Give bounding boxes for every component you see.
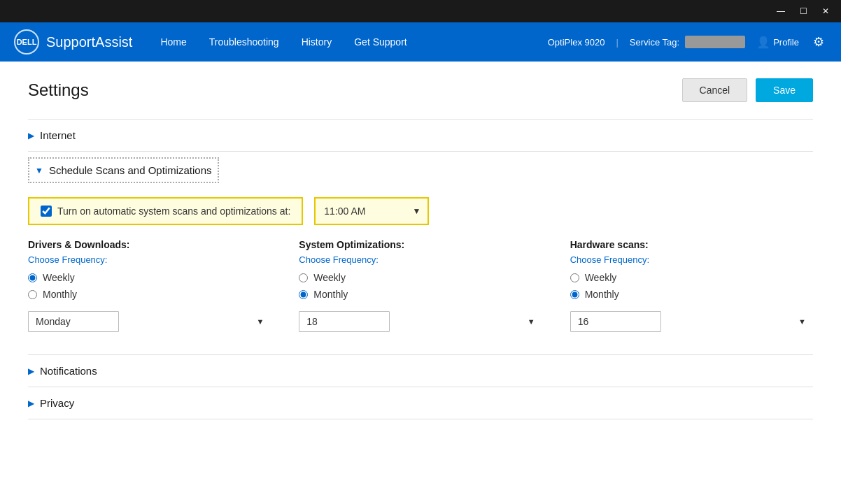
cancel-button[interactable]: Cancel: [682, 78, 748, 102]
hardware-day-select[interactable]: 12345 678910 1112131415 1617181920 21222…: [570, 311, 661, 332]
hardware-weekly-radio[interactable]: [570, 273, 579, 282]
auto-scan-label[interactable]: Turn on automatic system scans and optim…: [28, 197, 303, 225]
hardware-scans-col: Hardware scans: Choose Frequency: Weekly…: [570, 239, 813, 332]
header-divider: |: [616, 37, 618, 48]
drivers-day-select-arrow-icon: ▼: [256, 317, 264, 326]
dell-logo: DELL: [14, 29, 39, 55]
save-button[interactable]: Save: [756, 78, 813, 102]
system-day-select[interactable]: 12345 678910 1112131415 1617181920 21222…: [299, 311, 390, 332]
schedule-chevron-icon: ▼: [35, 166, 43, 175]
hardware-weekly-label: Weekly: [585, 272, 617, 283]
drivers-downloads-col: Drivers & Downloads: Choose Frequency: W…: [28, 239, 271, 332]
system-day-select-container: 12345 678910 1112131415 1617181920 21222…: [299, 311, 542, 332]
notifications-section-header[interactable]: ▶ Notifications: [28, 355, 813, 387]
internet-section: ▶ Internet: [28, 120, 813, 152]
hardware-day-select-container: 12345 678910 1112131415 1617181920 21222…: [570, 311, 813, 332]
hardware-day-select-arrow-icon: ▼: [798, 317, 806, 326]
settings-header: Settings Cancel Save: [28, 78, 813, 102]
nav-history[interactable]: History: [290, 22, 344, 62]
drivers-day-select-container: Monday Tuesday Wednesday Thursday Friday…: [28, 311, 271, 332]
privacy-section: ▶ Privacy: [28, 387, 813, 419]
nav-links: Home Troubleshooting History Get Support: [149, 22, 547, 62]
drivers-day-select[interactable]: Monday Tuesday Wednesday Thursday Friday: [28, 311, 119, 332]
main-content: Settings Cancel Save ▶ Internet ▼ Schedu…: [0, 62, 841, 504]
system-monthly-label: Monthly: [313, 289, 348, 300]
frequency-row: Drivers & Downloads: Choose Frequency: W…: [28, 239, 813, 332]
divider-after-privacy: [28, 419, 813, 419]
time-select[interactable]: 11:00 AM 12:00 PM 1:00 PM 2:00 PM: [316, 199, 427, 224]
system-monthly-option[interactable]: Monthly: [299, 289, 542, 300]
nav-get-support[interactable]: Get Support: [343, 22, 418, 62]
notifications-section-title: Notifications: [40, 365, 97, 377]
system-weekly-label: Weekly: [313, 272, 346, 283]
internet-section-header[interactable]: ▶ Internet: [28, 120, 813, 151]
notifications-section: ▶ Notifications: [28, 355, 813, 387]
drivers-weekly-radio[interactable]: [28, 273, 37, 282]
schedule-section-content: Turn on automatic system scans and optim…: [28, 192, 813, 343]
nav-home[interactable]: Home: [149, 22, 197, 62]
header-right: OptiPlex 9020 | Service Tag: XXXXXXX 👤 P…: [548, 31, 827, 52]
privacy-chevron-icon: ▶: [28, 398, 34, 408]
system-monthly-radio[interactable]: [299, 290, 308, 299]
internet-chevron-icon: ▶: [28, 131, 34, 141]
system-day-select-arrow-icon: ▼: [528, 317, 535, 326]
privacy-section-header[interactable]: ▶ Privacy: [28, 387, 813, 419]
settings-gear-icon[interactable]: ⚙: [810, 31, 827, 52]
hardware-monthly-radio[interactable]: [570, 290, 579, 299]
drivers-monthly-label: Monthly: [43, 289, 77, 300]
hardware-monthly-label: Monthly: [585, 289, 619, 300]
internet-section-title: Internet: [40, 129, 76, 141]
profile-icon: 👤: [756, 36, 770, 49]
system-weekly-option[interactable]: Weekly: [299, 272, 542, 283]
title-bar: — ☐ ✕: [0, 0, 841, 22]
service-tag-value: XXXXXXX: [685, 36, 745, 48]
minimize-button[interactable]: —: [771, 4, 791, 18]
auto-scan-text: Turn on automatic system scans and optim…: [57, 206, 290, 217]
nav-troubleshooting[interactable]: Troubleshooting: [198, 22, 290, 62]
drivers-weekly-label: Weekly: [43, 272, 75, 283]
profile-link[interactable]: 👤 Profile: [751, 33, 805, 52]
action-buttons: Cancel Save: [682, 78, 813, 102]
schedule-section-title: Schedule Scans and Optimizations: [49, 164, 212, 176]
system-weekly-radio[interactable]: [299, 273, 308, 282]
page-title: Settings: [28, 80, 89, 100]
drivers-monthly-radio[interactable]: [28, 290, 37, 299]
profile-label: Profile: [773, 37, 799, 48]
system-opt-title: System Optimizations:: [299, 239, 542, 250]
hardware-weekly-option[interactable]: Weekly: [570, 272, 813, 283]
schedule-section: ▼ Schedule Scans and Optimizations Turn …: [28, 152, 813, 355]
drivers-monthly-option[interactable]: Monthly: [28, 289, 271, 300]
hardware-monthly-option[interactable]: Monthly: [570, 289, 813, 300]
maximize-button[interactable]: ☐: [793, 4, 813, 18]
auto-scan-checkbox[interactable]: [41, 206, 52, 217]
time-select-container: 11:00 AM 12:00 PM 1:00 PM 2:00 PM ▼: [314, 197, 429, 225]
logo-area: DELL SupportAssist: [14, 29, 132, 55]
app-header: DELL SupportAssist Home Troubleshooting …: [0, 22, 841, 62]
schedule-section-header[interactable]: ▼ Schedule Scans and Optimizations: [28, 157, 219, 183]
drivers-downloads-title: Drivers & Downloads:: [28, 239, 271, 250]
system-opt-col: System Optimizations: Choose Frequency: …: [299, 239, 542, 332]
system-opt-freq-label: Choose Frequency:: [299, 254, 542, 265]
hardware-scans-freq-label: Choose Frequency:: [570, 254, 813, 265]
device-name: OptiPlex 9020: [548, 37, 605, 48]
close-button[interactable]: ✕: [816, 4, 835, 18]
drivers-downloads-freq-label: Choose Frequency:: [28, 254, 271, 265]
auto-scan-row: Turn on automatic system scans and optim…: [28, 197, 813, 225]
service-tag-label: Service Tag:: [630, 37, 679, 48]
app-title: SupportAssist: [46, 34, 132, 50]
notifications-chevron-icon: ▶: [28, 366, 34, 376]
privacy-section-title: Privacy: [40, 397, 74, 409]
drivers-weekly-option[interactable]: Weekly: [28, 272, 271, 283]
hardware-scans-title: Hardware scans:: [570, 239, 813, 250]
